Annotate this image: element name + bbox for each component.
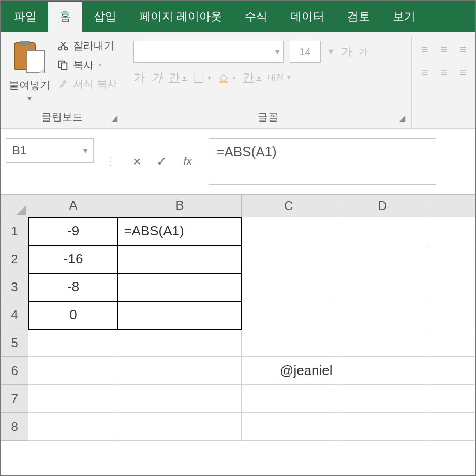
cell-C3[interactable] [241,273,336,301]
cell-D5[interactable] [336,329,429,357]
bold-button[interactable]: 가 [133,70,145,85]
cell-D8[interactable] [336,413,429,441]
cell-C4[interactable] [241,301,336,329]
tab-review[interactable]: 검토 [336,2,381,32]
cell-D4[interactable] [336,301,429,329]
col-header-C[interactable]: C [241,195,336,217]
cell-B7[interactable] [118,385,241,413]
name-box[interactable]: B1 ▼ [6,138,94,163]
font-launcher-icon[interactable]: ◢ [399,113,405,123]
formula-input[interactable]: =ABS(A1) [209,138,436,185]
cell-A7[interactable] [28,385,118,413]
col-header-E[interactable] [429,195,475,217]
row-header-3[interactable]: 3 [1,273,28,301]
align-middle-button[interactable]: ≡ [440,43,447,56]
name-box-dropdown-icon[interactable]: ▼ [82,146,89,155]
col-header-B[interactable]: B [118,195,241,217]
cell-C7[interactable] [241,385,336,413]
align-top-button[interactable]: ≡ [421,43,428,56]
cell-A6[interactable] [28,357,118,385]
cancel-button[interactable]: × [133,154,141,170]
cell-B5[interactable] [118,329,241,357]
tab-formulas[interactable]: 수식 [233,2,279,32]
col-header-D[interactable]: D [336,195,429,217]
font-name-combo[interactable]: ▼ [133,41,284,63]
cell-B4[interactable] [118,301,241,329]
cell-A8[interactable] [28,413,118,441]
row-header-5[interactable]: 5 [1,329,28,357]
row-header-8[interactable]: 8 [1,413,28,441]
cell-D1[interactable] [336,217,429,245]
col-header-A[interactable]: A [28,195,118,217]
row-header-1[interactable]: 1 [1,217,28,245]
cell-E6[interactable] [429,357,475,385]
copy-label: 복사 [73,58,94,72]
align-right-button[interactable]: ≡ [459,66,466,79]
tab-home[interactable]: 홈 [48,2,82,32]
font-size-combo[interactable]: 14 [290,41,321,63]
tab-page-layout[interactable]: 페이지 레이아웃 [128,2,233,32]
cell-B3[interactable] [118,273,241,301]
cell-D6[interactable] [336,357,429,385]
svg-rect-8 [61,63,67,69]
chevron-down-icon[interactable]: ▼ [272,41,283,62]
format-painter-label: 서식 복사 [73,77,117,91]
row-header-6[interactable]: 6 [1,357,28,385]
row-header-2[interactable]: 2 [1,245,28,273]
cell-C2[interactable] [241,245,336,273]
fx-button[interactable]: fx [183,155,192,168]
cell-D2[interactable] [336,245,429,273]
svg-rect-9 [62,79,67,84]
tab-file[interactable]: 파일 [6,2,48,32]
cut-button[interactable]: 잘라내기 [57,39,117,53]
cell-C1[interactable] [241,217,336,245]
fill-color-button[interactable]: ▼ [218,72,236,83]
underline-button[interactable]: 간▼ [169,70,187,85]
font-size-dropdown-icon[interactable]: ▼ [327,47,335,56]
shrink-font-button[interactable]: 가 [359,46,368,58]
cell-B1[interactable]: =ABS(A1) [118,217,241,245]
clipboard-launcher-icon[interactable]: ◢ [111,113,117,123]
border-button[interactable]: ▼ [193,72,212,83]
cell-E5[interactable] [429,329,475,357]
cell-E4[interactable] [429,301,475,329]
enter-button[interactable]: ✓ [156,154,168,170]
cell-A3[interactable]: -8 [28,273,118,301]
cell-D3[interactable] [336,273,429,301]
worksheet[interactable]: A B C D 1 -9 =ABS(A1) 2 -16 3 -8 [1,194,475,441]
row-header-7[interactable]: 7 [1,385,28,413]
cell-B2[interactable] [118,245,241,273]
cell-E3[interactable] [429,273,475,301]
grow-font-button[interactable]: 가 [341,44,352,60]
font-color-button[interactable]: 간▼ [243,70,261,85]
cell-E7[interactable] [429,385,475,413]
phonetic-button[interactable]: 내천▼ [267,73,291,82]
cell-E8[interactable] [429,413,475,441]
cell-A4[interactable]: 0 [28,301,118,329]
align-left-button[interactable]: ≡ [421,66,428,79]
cell-E1[interactable] [429,217,475,245]
paste-button[interactable]: 붙여넣기 ▼ [7,36,52,107]
cell-C8[interactable] [241,413,336,441]
copy-button[interactable]: 복사 ▼ [57,58,117,72]
paste-dropdown-icon[interactable]: ▼ [26,94,33,102]
align-center-button[interactable]: ≡ [440,66,447,79]
cell-A1[interactable]: -9 [28,217,118,245]
select-all-corner[interactable] [1,195,28,217]
cell-B6[interactable] [118,357,241,385]
paste-icon [11,39,48,75]
italic-button[interactable]: 가 [151,70,162,85]
cell-C5[interactable] [241,329,336,357]
cell-A5[interactable] [28,329,118,357]
cell-E2[interactable] [429,245,475,273]
tab-view[interactable]: 보기 [381,2,427,32]
cell-D7[interactable] [336,385,429,413]
copy-dropdown-icon[interactable]: ▼ [98,62,103,68]
row-header-4[interactable]: 4 [1,301,28,329]
tab-data[interactable]: 데이터 [279,2,336,32]
cell-B8[interactable] [118,413,241,441]
format-painter-button[interactable]: 서식 복사 [57,77,117,91]
align-bottom-button[interactable]: ≡ [459,43,466,56]
tab-insert[interactable]: 삽입 [82,2,128,32]
cell-A2[interactable]: -16 [28,245,118,273]
